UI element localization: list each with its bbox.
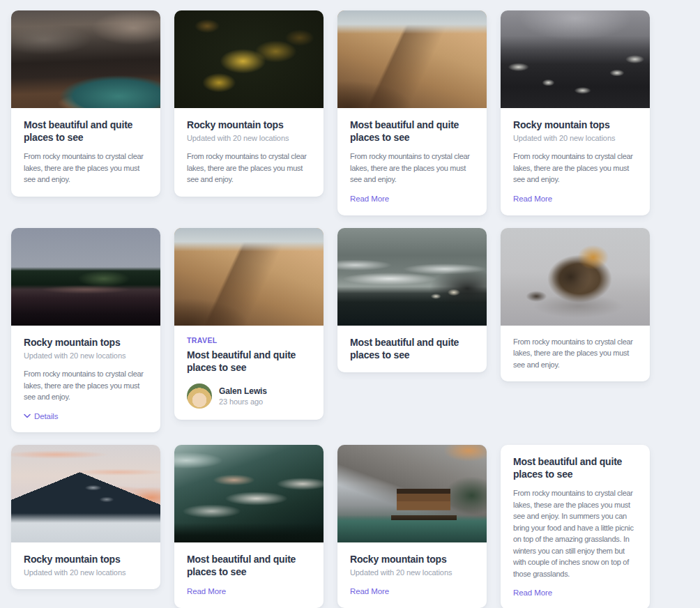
details-link-label: Details: [34, 411, 58, 421]
read-more-link[interactable]: Read More: [350, 586, 389, 596]
photo-forest-lake-reflection: [11, 228, 160, 326]
card: From rocky mountains to crystal clear la…: [501, 228, 650, 382]
photo-misty-teal-ridges: [174, 445, 324, 542]
read-more-link[interactable]: Read More: [513, 588, 552, 598]
chevron-down-icon: [24, 413, 31, 418]
card: Rocky mountain tops Updated with 20 new …: [501, 10, 650, 215]
card-title: Rocky mountain tops: [24, 336, 148, 349]
author-row: Galen Lewis 23 hours ago: [187, 383, 311, 409]
card-subtitle: Updated with 20 new locations: [24, 351, 148, 361]
card-description: From rocky mountains to crystal clear la…: [24, 151, 148, 185]
photo-lake-boathouse: [337, 445, 487, 542]
photo-sea-rock-mist: [501, 228, 650, 326]
card-subtitle: Updated with 20 new locations: [187, 133, 311, 144]
card-description: From rocky mountains to crystal clear la…: [187, 151, 311, 185]
card-description: From rocky mountains to crystal clear la…: [513, 487, 637, 579]
card-title: Rocky mountain tops: [513, 119, 637, 131]
card: Most beautiful and quite places to see: [337, 228, 487, 372]
card-title: Rocky mountain tops: [24, 553, 148, 565]
photo-desert-dunes: [174, 228, 324, 326]
card-grid: Most beautiful and quite places to see F…: [0, 0, 700, 608]
card-description: From rocky mountains to crystal clear la…: [513, 336, 637, 371]
card-description: From rocky mountains to crystal clear la…: [513, 151, 637, 185]
photo-dark-snowy-peak: [501, 10, 650, 108]
details-link[interactable]: Details: [24, 411, 58, 421]
photo-stormy-fjord: [11, 10, 160, 108]
card: Rocky mountain tops Updated with 20 new …: [11, 228, 160, 432]
read-more-link[interactable]: Read More: [513, 194, 552, 204]
photo-desert-dunes: [337, 10, 487, 108]
author-name: Galen Lewis: [219, 386, 267, 396]
card: Most beautiful and quite places to see R…: [174, 445, 324, 608]
card: Rocky mountain tops Updated with 20 new …: [11, 445, 160, 589]
card-title: Most beautiful and quite places to see: [350, 336, 474, 361]
card: Most beautiful and quite places to see F…: [501, 445, 650, 608]
photo-sunset-fog-mountain: [11, 445, 160, 542]
author-time: 23 hours ago: [219, 397, 267, 406]
card: Most beautiful and quite places to see F…: [11, 10, 160, 197]
card-title: Most beautiful and quite places to see: [350, 119, 474, 144]
card: Rocky mountain tops Updated with 20 new …: [337, 445, 487, 608]
card-subtitle: Updated with 20 new locations: [350, 568, 474, 578]
read-more-link[interactable]: Read More: [350, 194, 389, 204]
category-label[interactable]: TRAVEL: [187, 336, 311, 344]
card-subtitle: Updated with 20 new locations: [513, 133, 637, 144]
avatar: [187, 383, 212, 409]
card-description: From rocky mountains to crystal clear la…: [24, 368, 148, 403]
card: Rocky mountain tops Updated with 20 new …: [174, 10, 324, 197]
card: TRAVEL Most beautiful and quite places t…: [174, 228, 324, 420]
card: Most beautiful and quite places to see F…: [337, 10, 487, 215]
photo-misty-lakeside-village: [337, 228, 487, 326]
read-more-link[interactable]: Read More: [187, 586, 226, 596]
card-title: Rocky mountain tops: [187, 119, 311, 131]
card-description: From rocky mountains to crystal clear la…: [350, 151, 474, 185]
card-subtitle: Updated with 20 new locations: [24, 568, 148, 578]
card-title: Most beautiful and quite places to see: [24, 119, 148, 144]
card-title: Most beautiful and quite places to see: [187, 349, 311, 374]
card-title: Most beautiful and quite places to see: [513, 455, 637, 480]
card-title: Most beautiful and quite places to see: [187, 553, 311, 578]
card-title: Rocky mountain tops: [350, 553, 474, 565]
photo-autumn-forest: [174, 10, 324, 108]
